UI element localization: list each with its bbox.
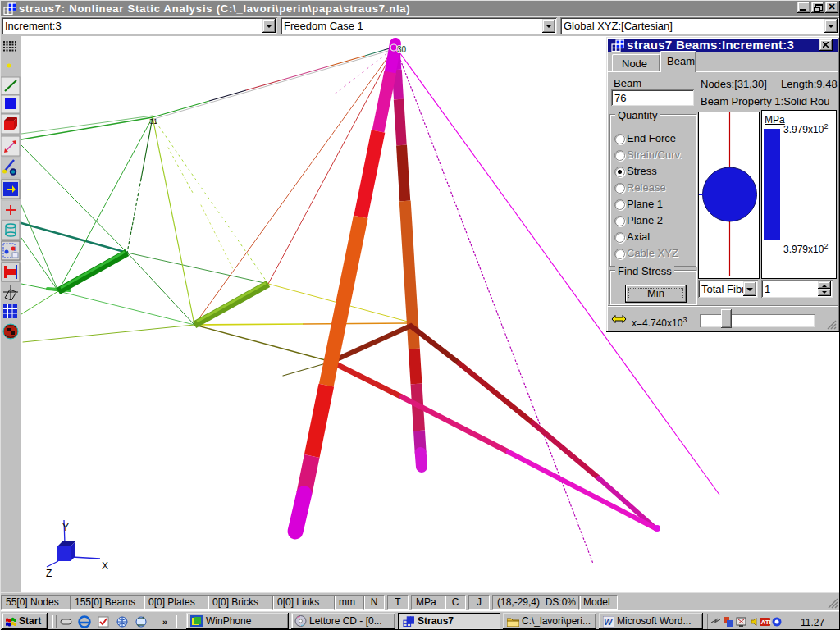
svg-text:31: 31 [149, 117, 158, 126]
svg-text:Z: Z [46, 568, 52, 579]
svg-text:30: 30 [397, 45, 407, 54]
svg-text:»: » [162, 617, 167, 627]
svg-text:ATI: ATI [761, 619, 771, 626]
svg-text:W: W [604, 617, 614, 627]
svg-text:Y: Y [62, 522, 69, 533]
svg-text:X: X [102, 560, 108, 572]
